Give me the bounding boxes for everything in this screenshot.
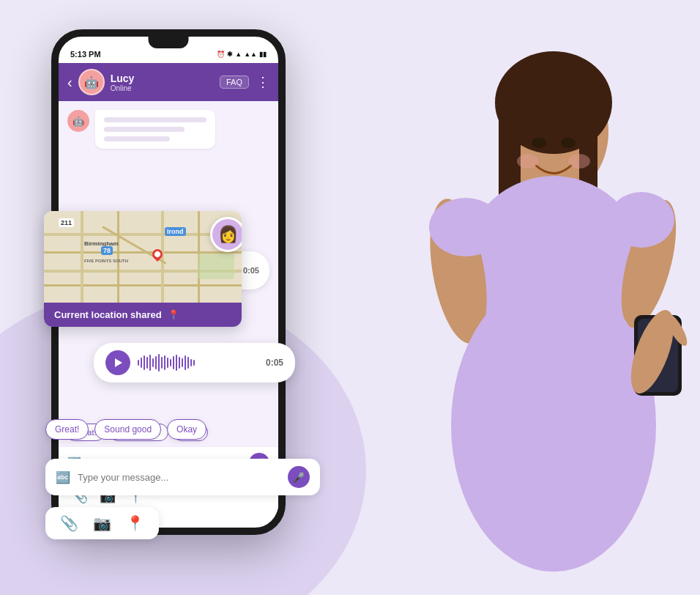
svg-point-16 xyxy=(561,138,576,148)
map-pin xyxy=(152,249,163,259)
svg-point-17 xyxy=(517,154,539,169)
floating-mic-btn[interactable]: 🎤 xyxy=(288,466,310,488)
floating-great-btn[interactable]: Great! xyxy=(45,419,89,440)
floating-play-button[interactable] xyxy=(105,350,130,375)
play-triangle xyxy=(115,358,122,367)
svg-point-15 xyxy=(532,138,546,148)
floating-quick-replies: Great! Sound good Okay xyxy=(45,419,206,440)
user-avatar-map: 👩 xyxy=(210,217,242,252)
back-button[interactable]: ‹ xyxy=(67,74,72,91)
map-area: Birmingham FIVE POINTS SOUTH 211 78 Iron… xyxy=(44,211,242,303)
location-pin-icon-sm: 📍 xyxy=(168,309,179,320)
voice-duration: 0:05 xyxy=(243,266,259,275)
svg-point-8 xyxy=(429,198,502,256)
map-label-fivepoints: FIVE POINTS SOUTH xyxy=(84,259,128,264)
chat-header: ‹ 🤖 Lucy Online FAQ ⋮ xyxy=(59,63,278,101)
bot-avatar-sm: 🤖 xyxy=(67,110,89,132)
floating-bottom-toolbar: 📎 📷 📍 xyxy=(45,507,159,539)
contact-info: Lucy Online xyxy=(111,73,214,92)
floating-voice-message[interactable]: 0:05 xyxy=(94,343,295,382)
floating-input-bar: 🔤 🎤 xyxy=(45,459,320,495)
floating-voice-duration: 0:05 xyxy=(266,358,283,368)
translate-icon-floating: 🔤 xyxy=(56,470,70,484)
svg-point-9 xyxy=(608,192,674,248)
woman-silhouette xyxy=(319,0,700,595)
phone-notch xyxy=(149,37,189,48)
faq-button[interactable]: FAQ xyxy=(220,75,249,89)
location-text: Current location shared xyxy=(54,309,162,320)
more-menu-button[interactable]: ⋮ xyxy=(256,74,269,90)
status-icons: ⏰ ✱ ▲ ▲▲ ▮▮ xyxy=(217,51,267,58)
bot-message-text: 🤖 xyxy=(67,110,269,149)
contact-status: Online xyxy=(111,84,214,92)
floating-sound-good-btn[interactable]: Sound good xyxy=(94,419,161,440)
woman-area xyxy=(319,0,700,595)
bot-avatar: 🤖 xyxy=(78,69,105,95)
floating-location-card: Birmingham FIVE POINTS SOUTH 211 78 Iron… xyxy=(44,211,242,327)
svg-point-18 xyxy=(568,154,590,169)
svg-point-10 xyxy=(451,278,656,572)
floating-attachment-icon[interactable]: 📎 xyxy=(60,514,78,532)
floating-camera-icon[interactable]: 📷 xyxy=(93,514,111,532)
floating-waveform xyxy=(138,354,258,372)
floating-location-icon[interactable]: 📍 xyxy=(126,514,144,532)
contact-name: Lucy xyxy=(111,73,214,84)
floating-message-input[interactable] xyxy=(78,472,280,483)
status-time: 5:13 PM xyxy=(70,50,101,59)
bot-bubble xyxy=(95,110,215,149)
location-label: Current location shared 📍 xyxy=(44,303,242,327)
floating-okay-btn[interactable]: Okay xyxy=(167,419,206,440)
